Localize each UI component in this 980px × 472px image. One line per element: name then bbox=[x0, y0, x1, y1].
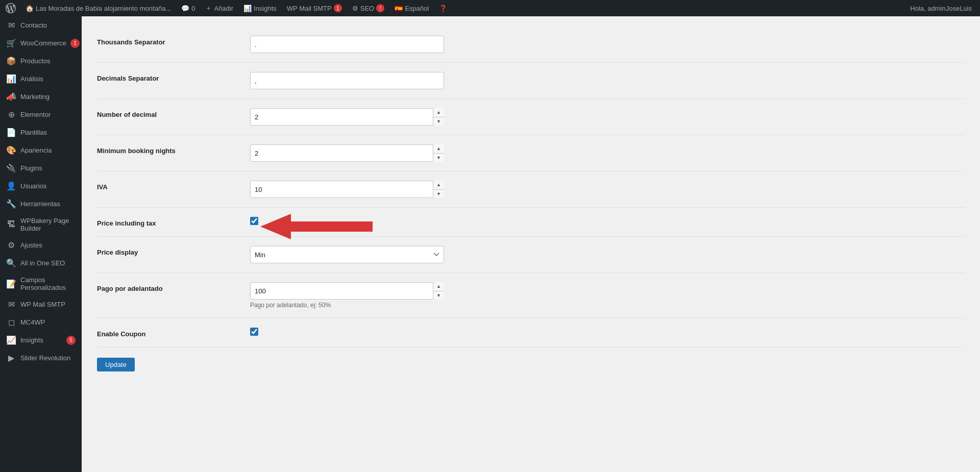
insights-badge: 5 bbox=[66, 336, 76, 345]
insights-link[interactable]: 📊 Insights bbox=[239, 0, 281, 16]
pago-adelantado-down[interactable]: ▼ bbox=[433, 291, 444, 300]
marketing-icon: 📣 bbox=[6, 92, 16, 102]
sidebar-label-contacto: Contacto bbox=[20, 21, 76, 29]
price-display-control: Min Max Range bbox=[250, 246, 444, 263]
sidebar-item-productos[interactable]: 📦 Productos bbox=[0, 52, 82, 70]
price-including-tax-label: Price including tax bbox=[97, 217, 240, 227]
main-layout: ✉ Contacto 🛒 WooCommerce 1 📦 Productos 📊… bbox=[0, 16, 980, 472]
sidebar-item-mc4wp[interactable]: ◻ MC4WP bbox=[0, 313, 82, 331]
price-including-tax-checkbox[interactable] bbox=[250, 217, 258, 225]
gear-icon: ⚙ bbox=[352, 5, 358, 12]
min-booking-nights-spinners: ▲ ▼ bbox=[433, 144, 444, 162]
pago-adelantado-up[interactable]: ▲ bbox=[433, 282, 444, 291]
sidebar-item-allinone[interactable]: 🔍 All in One SEO bbox=[0, 254, 82, 272]
thousands-separator-input[interactable] bbox=[250, 36, 444, 53]
min-booking-nights-input[interactable] bbox=[250, 144, 444, 162]
language-link[interactable]: 🇪🇸 Español bbox=[390, 0, 433, 16]
analisis-icon: 📊 bbox=[6, 74, 16, 84]
min-booking-nights-row: Minimum booking nights ▲ ▼ bbox=[97, 135, 965, 171]
sidebar-label-insights: Insights bbox=[20, 336, 62, 344]
slider-icon: ▶ bbox=[6, 353, 16, 363]
sidebar-label-ajustes: Ajustes bbox=[20, 241, 76, 249]
enable-coupon-control bbox=[250, 328, 444, 336]
wp-logo-icon[interactable] bbox=[4, 2, 17, 15]
productos-icon: 📦 bbox=[6, 56, 16, 66]
iva-wrap: ▲ ▼ bbox=[250, 181, 444, 198]
wpmail-label: WP Mail SMTP bbox=[287, 5, 332, 12]
sidebar-item-plugins[interactable]: 🔌 Plugins bbox=[0, 159, 82, 177]
insights-sidebar-icon: 📈 bbox=[6, 335, 16, 345]
sidebar-label-plugins: Plugins bbox=[20, 164, 76, 172]
number-decimal-input[interactable] bbox=[250, 108, 444, 126]
wpmail-badge: 1 bbox=[334, 4, 342, 12]
sidebar-label-slider: Slider Revolution bbox=[20, 354, 76, 362]
number-decimal-row: Number of decimal ▲ ▼ bbox=[97, 99, 965, 135]
sidebar-item-contacto[interactable]: ✉ Contacto bbox=[0, 16, 82, 34]
number-decimal-spinners: ▲ ▼ bbox=[433, 108, 444, 126]
number-decimal-down[interactable]: ▼ bbox=[433, 117, 444, 126]
comments-link[interactable]: 💬 0 bbox=[177, 0, 199, 16]
thousands-separator-control bbox=[250, 36, 444, 53]
sidebar-item-apariencia[interactable]: 🎨 Apariencia bbox=[0, 141, 82, 159]
sidebar-item-wpmailsmtp[interactable]: ✉ WP Mail SMTP bbox=[0, 295, 82, 313]
woocommerce-icon: 🛒 bbox=[6, 38, 16, 48]
wpmail-link[interactable]: WP Mail SMTP 1 bbox=[283, 0, 346, 16]
enable-coupon-checkbox-wrap bbox=[250, 328, 444, 336]
sidebar-item-slider[interactable]: ▶ Slider Revolution bbox=[0, 349, 82, 367]
sidebar-label-marketing: Marketing bbox=[20, 93, 76, 101]
sidebar-item-marketing[interactable]: 📣 Marketing bbox=[0, 88, 82, 106]
arrow-annotation bbox=[260, 214, 373, 239]
pago-adelantado-row: Pago por adelantado ▲ ▼ Pago por adelant… bbox=[97, 273, 965, 318]
min-booking-nights-wrap: ▲ ▼ bbox=[250, 144, 444, 162]
iva-control: ▲ ▼ bbox=[250, 181, 444, 198]
enable-coupon-label: Enable Coupon bbox=[97, 328, 240, 338]
sidebar-item-wpbakery[interactable]: 🏗 WPBakery Page Builder bbox=[0, 213, 82, 236]
sidebar-item-plantillas[interactable]: 📄 Plantillas bbox=[0, 123, 82, 141]
sidebar-item-usuarios[interactable]: 👤 Usuarios bbox=[0, 177, 82, 195]
iva-down[interactable]: ▼ bbox=[433, 190, 444, 198]
enable-coupon-checkbox[interactable] bbox=[250, 328, 258, 336]
iva-up[interactable]: ▲ bbox=[433, 181, 444, 190]
sidebar: ✉ Contacto 🛒 WooCommerce 1 📦 Productos 📊… bbox=[0, 16, 82, 472]
decimals-separator-row: Decimals Separator bbox=[97, 63, 965, 99]
number-decimal-up[interactable]: ▲ bbox=[433, 108, 444, 117]
plus-icon: ＋ bbox=[205, 4, 212, 13]
min-booking-nights-control: ▲ ▼ bbox=[250, 144, 444, 162]
min-booking-nights-up[interactable]: ▲ bbox=[433, 144, 444, 154]
admin-bar: 🏠 Las Moradas de Babia alojamiento monta… bbox=[0, 0, 980, 16]
iva-spinners: ▲ ▼ bbox=[433, 181, 444, 198]
user-greeting[interactable]: Hola, adminJoseLuis bbox=[906, 5, 976, 12]
sidebar-item-insights[interactable]: 📈 Insights 5 bbox=[0, 331, 82, 349]
min-booking-nights-down[interactable]: ▼ bbox=[433, 154, 444, 162]
sidebar-item-ajustes[interactable]: ⚙ Ajustes bbox=[0, 236, 82, 254]
decimals-separator-input[interactable] bbox=[250, 72, 444, 89]
contacto-icon: ✉ bbox=[6, 20, 16, 30]
sidebar-item-campos[interactable]: 📝 Campos Personalizados bbox=[0, 272, 82, 295]
pago-adelantado-input[interactable] bbox=[250, 282, 444, 300]
seo-link[interactable]: ⚙ SEO ! bbox=[348, 0, 388, 16]
sidebar-item-analisis[interactable]: 📊 Análisis bbox=[0, 70, 82, 88]
sidebar-label-plantillas: Plantillas bbox=[20, 129, 76, 136]
pago-adelantado-wrap: ▲ ▼ bbox=[250, 282, 444, 300]
price-display-select[interactable]: Min Max Range bbox=[250, 246, 444, 263]
sidebar-item-woocommerce[interactable]: 🛒 WooCommerce 1 bbox=[0, 34, 82, 52]
woocommerce-badge: 1 bbox=[70, 39, 80, 48]
site-name-link[interactable]: 🏠 Las Moradas de Babia alojamiento monta… bbox=[21, 0, 175, 16]
red-arrow-svg bbox=[260, 214, 373, 239]
thousands-separator-label: Thousands Separator bbox=[97, 36, 240, 46]
insights-bar-icon: 📊 bbox=[243, 5, 252, 12]
insights-label: Insights bbox=[254, 5, 277, 12]
sidebar-label-mc4wp: MC4WP bbox=[20, 318, 76, 326]
flag-icon: 🇪🇸 bbox=[395, 5, 403, 12]
iva-input[interactable] bbox=[250, 181, 444, 198]
wpbakery-icon: 🏗 bbox=[6, 220, 16, 229]
sidebar-label-elementor: Elementor bbox=[20, 111, 76, 118]
content-area: Thousands Separator Decimals Separator N… bbox=[82, 16, 980, 472]
add-new-link[interactable]: ＋ Añadir bbox=[201, 0, 237, 16]
site-name-text: Las Moradas de Babia alojamiento montaña… bbox=[36, 5, 171, 12]
sidebar-item-elementor[interactable]: ⊕ Elementor bbox=[0, 106, 82, 123]
pago-adelantado-help: Pago por adelantado, ej: 50% bbox=[250, 302, 444, 309]
help-link[interactable]: ❓ bbox=[435, 0, 451, 16]
update-button[interactable]: Update bbox=[97, 358, 135, 371]
sidebar-item-herramientas[interactable]: 🔧 Herramientas bbox=[0, 195, 82, 213]
